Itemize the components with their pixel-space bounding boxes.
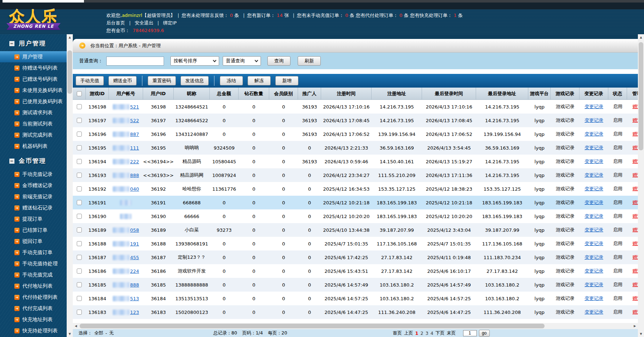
manage-gift-link[interactable]: 赠送 [632, 199, 638, 206]
sidebar-item-金币赠送记录[interactable]: ➜金币赠送记录 [0, 180, 67, 191]
vertical-scrollbar[interactable]: ▲ ▼ [638, 34, 644, 337]
manage-gift-link[interactable]: 赠送 [632, 131, 638, 137]
collapse-minus-icon[interactable]: − [9, 41, 14, 46]
toolbar-button-赠送金币[interactable]: 赠送金币 [108, 76, 137, 85]
sidebar-section-1[interactable]: −金币管理 [0, 152, 67, 169]
change-record-link[interactable]: 变更记录 [585, 117, 603, 124]
account-link[interactable]: 513 [130, 296, 139, 301]
account-link[interactable]: 191 [130, 241, 139, 247]
horizontal-scrollbar[interactable]: ◀ ▶ [73, 323, 638, 329]
refresh-button[interactable]: 刷新 [298, 56, 321, 66]
row-checkbox[interactable] [77, 282, 82, 287]
sidebar-section-0[interactable]: −用户管理 [0, 34, 67, 51]
scroll-right-icon[interactable]: ▶ [632, 323, 638, 329]
sidebar-item-代付完成列表[interactable]: ➜代付完成列表 [0, 303, 67, 314]
pagination-first[interactable]: 首页 [393, 330, 402, 336]
sidebar-item-快充地址列表[interactable]: ➜快充地址列表 [0, 314, 67, 325]
sidebar-item-代付待处理列表[interactable]: ➜代付待处理列表 [0, 292, 67, 303]
change-record-link[interactable]: 变更记录 [585, 199, 603, 206]
sidebar-item-手动充值待处理[interactable]: ➜手动充值待处理 [0, 258, 67, 269]
account-link[interactable]: 521 [130, 104, 139, 110]
toolbar-button-重置密码[interactable]: 重置密码 [148, 76, 176, 85]
change-record-link[interactable]: 变更记录 [585, 309, 603, 315]
sidebar-item-待赠送号码列表[interactable]: ➜待赠送号码列表 [0, 62, 67, 74]
account-link[interactable]: 888 [130, 282, 139, 288]
change-record-link[interactable]: 变更记录 [585, 158, 603, 165]
toolbar-button-解冻[interactable]: 解冻 [248, 76, 271, 85]
sidebar-item-测试请求列表[interactable]: ➜测试请求列表 [0, 107, 67, 118]
table-row[interactable]: 13618905836189小白菜932730002025/4/10 13:44… [73, 223, 638, 237]
row-checkbox[interactable] [77, 104, 82, 109]
nav-home-link[interactable]: 后台首页 [106, 20, 125, 26]
row-checkbox[interactable] [77, 255, 82, 260]
table-row[interactable]: 136193888<<36193>>精品源码网100879240002026/4… [73, 168, 638, 182]
row-checkbox[interactable] [77, 186, 82, 191]
account-link[interactable]: 888 [130, 173, 139, 178]
select-none-link[interactable]: 无 [109, 330, 114, 336]
manage-gift-link[interactable]: 赠送 [632, 145, 638, 151]
table-row[interactable]: 136183123361831502080012300002025/4/6 14… [73, 305, 638, 319]
scroll-left-icon[interactable]: ◀ [73, 323, 79, 329]
select-all-checkbox[interactable] [77, 91, 82, 96]
table-row[interactable]: 136188191361881393806819100002025/4/7 15… [73, 237, 638, 250]
sidebar-item-提现订单[interactable]: ➜提现订单 [0, 213, 67, 225]
change-record-link[interactable]: 变更记录 [585, 240, 603, 247]
manage-gift-link[interactable]: 赠送 [632, 295, 638, 302]
table-row[interactable]: 136190361906666600002025/4/12 10:20:2018… [73, 209, 638, 223]
table-row[interactable]: 13619511136195呐呐呐93245090002026/4/13 2:2… [73, 141, 638, 155]
manage-gift-link[interactable]: 赠送 [632, 117, 638, 124]
pagination-page-1[interactable]: 1 [415, 331, 418, 336]
sidebar-item-当前测试列表[interactable]: ➜当前测试列表 [0, 118, 67, 129]
row-checkbox[interactable] [77, 296, 82, 301]
change-record-link[interactable]: 变更记录 [585, 145, 603, 151]
account-link[interactable]: 522 [130, 118, 139, 123]
nav-bind-ip-link[interactable]: 绑定IP [163, 20, 177, 26]
table-row[interactable]: 1361975223619713248664522000361932026/4/… [73, 114, 638, 127]
sidebar-scrollbar[interactable]: ▲ ▼ [67, 34, 73, 337]
change-record-link[interactable]: 变更记录 [585, 131, 603, 137]
manage-gift-link[interactable]: 赠送 [632, 254, 638, 261]
goto-page-input[interactable] [463, 330, 477, 336]
sidebar-item-未使用兑换码列表[interactable]: ➜未使用兑换码列表 [0, 85, 67, 96]
toolbar-button-发送信息[interactable]: 发送信息 [181, 76, 209, 85]
manage-gift-link[interactable]: 赠送 [632, 268, 638, 274]
table-row[interactable]: 1361968873619613431240887000361932026/4/… [73, 127, 638, 141]
sidebar-item-手动充值记录[interactable]: ➜手动充值记录 [0, 169, 67, 180]
row-checkbox[interactable] [77, 241, 82, 246]
scroll-down-icon[interactable]: ▼ [638, 331, 644, 337]
sidebar-scroll-up-icon[interactable]: ▲ [67, 34, 73, 40]
change-record-link[interactable]: 变更记录 [585, 295, 603, 302]
sidebar-item-驳回订单[interactable]: ➜驳回订单 [0, 236, 67, 247]
sidebar-scroll-down-icon[interactable]: ▼ [67, 331, 73, 337]
manage-gift-link[interactable]: 赠送 [632, 103, 638, 110]
account-link[interactable]: 222 [130, 159, 139, 164]
sidebar-item-代付地址列表[interactable]: ➜代付地址列表 [0, 280, 67, 292]
toolbar-button-冻结[interactable]: 冻结 [220, 76, 243, 85]
manage-gift-link[interactable]: 赠送 [632, 281, 638, 288]
query-input[interactable] [106, 57, 164, 66]
account-link[interactable]: 887 [130, 132, 139, 137]
manage-gift-link[interactable]: 赠送 [632, 240, 638, 247]
sidebar-scrollbar-thumb[interactable] [67, 50, 72, 94]
account-link[interactable]: 040 [130, 186, 139, 192]
change-record-link[interactable]: 变更记录 [585, 227, 603, 233]
goto-button[interactable]: go [479, 330, 490, 337]
table-row[interactable]: 1361913619166868800002025/4/12 10:21:181… [73, 196, 638, 209]
change-record-link[interactable]: 变更记录 [585, 254, 603, 261]
table-row[interactable]: 13618745536187定制123？？00002025/4/6 17:42:… [73, 250, 638, 264]
table-row[interactable]: 13618622436186游戏软件开发00002025/4/6 15:43:5… [73, 264, 638, 278]
manage-gift-link[interactable]: 赠送 [632, 158, 638, 165]
sort-select[interactable]: 按帐号排序 [170, 56, 219, 66]
sidebar-item-赠送钻石记录[interactable]: ➜赠送钻石记录 [0, 202, 67, 213]
change-record-link[interactable]: 变更记录 [585, 268, 603, 274]
collapse-minus-icon[interactable]: − [9, 159, 14, 164]
account-link[interactable]: 455 [130, 255, 139, 260]
toolbar-button-新增[interactable]: 新增 [275, 76, 298, 85]
manage-gift-link[interactable]: 赠送 [632, 309, 638, 315]
horizontal-scrollbar-thumb[interactable] [80, 324, 545, 328]
table-row[interactable]: 136184513361841351351351300002025/4/6 14… [73, 292, 638, 305]
sidebar-item-已赠送号码列表[interactable]: ➜已赠送号码列表 [0, 74, 67, 85]
sidebar-item-手动充值完成[interactable]: ➜手动充值完成 [0, 269, 67, 280]
manage-gift-link[interactable]: 赠送 [632, 227, 638, 233]
sidebar-item-测试完成列表[interactable]: ➜测试完成列表 [0, 129, 67, 141]
